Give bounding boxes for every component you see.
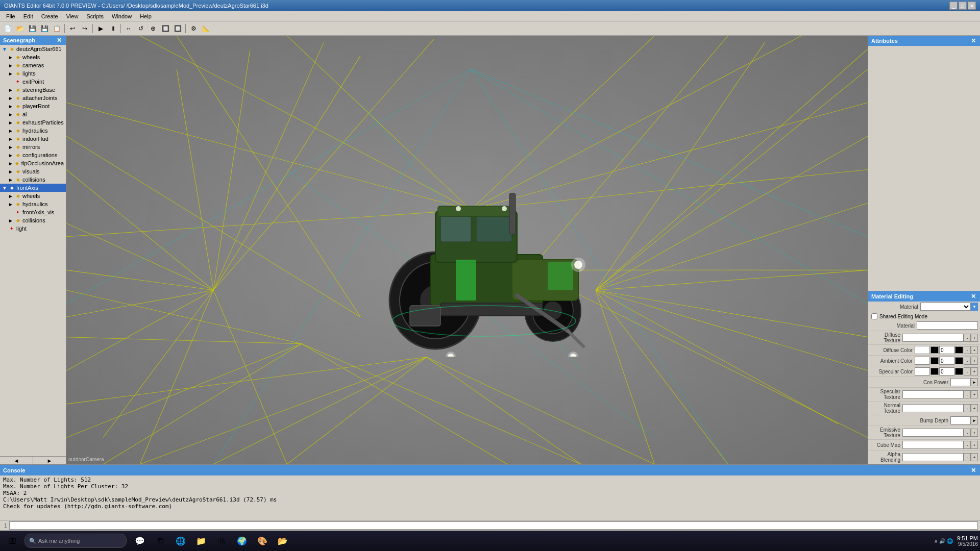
titlebar-controls[interactable]: _ □ ✕ [949, 2, 976, 10]
sg-expand-mirrors[interactable]: ► [8, 144, 14, 150]
toolbar-new[interactable]: 📄 [2, 23, 13, 34]
menu-edit[interactable]: Edit [19, 12, 37, 20]
specular-color-swatch[interactable] [930, 368, 939, 375]
sg-expand-wheels2[interactable]: ► [8, 193, 14, 199]
start-button[interactable]: ⊞ [2, 532, 22, 550]
console-close[interactable]: ✕ [970, 467, 977, 474]
sg-expand-indoorHud[interactable]: ► [8, 136, 14, 142]
normal-texture-remove[interactable]: - [964, 404, 971, 412]
console-input[interactable] [9, 521, 978, 530]
specular-color-swatch2[interactable] [955, 368, 963, 375]
cube-map-remove[interactable]: - [964, 441, 971, 449]
viewport[interactable]: outdoorCamera [66, 36, 868, 464]
sg-item-exitPoint[interactable]: ✦ exitPoint [0, 78, 66, 86]
sg-expand-playerRoot[interactable]: ► [8, 104, 14, 109]
toolbar-pause[interactable]: ⏸ [107, 23, 118, 34]
sg-item-attacherJoints[interactable]: ► ◆ attacherJoints [0, 94, 66, 102]
taskbar-chrome[interactable]: 🌍 [233, 532, 251, 550]
sg-item-indoorHud[interactable]: ► ◆ indoorHud [0, 135, 66, 143]
specular-texture-add[interactable]: + [971, 390, 978, 398]
viewport-canvas[interactable]: outdoorCamera [66, 36, 868, 464]
taskbar-task-view[interactable]: ⧉ [151, 532, 169, 550]
material-name-input[interactable] [917, 321, 978, 330]
sg-expand-frontAxis[interactable]: ▼ [2, 185, 8, 191]
sg-item-exhaustParticles[interactable]: ► ◆ exhaustParticles [0, 118, 66, 127]
ambient-color-r[interactable]: 0 [915, 357, 930, 365]
taskbar-cortana[interactable]: 💬 [131, 532, 149, 550]
sg-item-tipOcclusionArea[interactable]: ► ◆ tipOcclusionArea [0, 159, 66, 167]
toolbar-play[interactable]: ▶ [95, 23, 106, 34]
sg-expand-hydraulics[interactable]: ► [8, 128, 14, 134]
menu-view[interactable]: View [62, 12, 83, 20]
taskbar-app7[interactable]: 📂 [274, 532, 292, 550]
specular-color-add[interactable]: + [971, 367, 978, 375]
specular-color-remove[interactable]: - [964, 367, 971, 375]
sg-expand-cameras[interactable]: ► [8, 63, 14, 68]
close-button[interactable]: ✕ [968, 2, 976, 10]
sg-expand-steeringBase[interactable]: ► [8, 87, 14, 93]
cos-power-input[interactable]: 20 [950, 378, 971, 386]
sg-scroll-right[interactable]: ► [33, 457, 66, 464]
menu-help[interactable]: Help [136, 12, 156, 20]
toolbar-settings[interactable]: ⚙ [188, 23, 199, 34]
ambient-color-add[interactable]: + [971, 357, 978, 365]
cube-map-input[interactable] [902, 441, 964, 449]
toolbar-btn5[interactable]: 📋 [51, 23, 62, 34]
sg-item-wheels[interactable]: ► ◆ wheels [0, 53, 66, 61]
attributes-close[interactable]: ✕ [970, 37, 977, 44]
diffuse-texture-input[interactable] [902, 334, 964, 342]
toolbar-save[interactable]: 💾 [27, 23, 38, 34]
specular-color-r[interactable]: 0 [915, 367, 930, 375]
diffuse-color-g[interactable] [939, 346, 954, 354]
search-box[interactable]: 🔍 Ask me anything [24, 534, 127, 548]
emissive-texture-input[interactable] [902, 429, 964, 437]
bump-depth-arrow[interactable]: ► [971, 416, 978, 424]
material-close[interactable]: ✕ [970, 293, 977, 300]
sg-item-frontAxis[interactable]: ▼ ◆ frontAxis [0, 184, 66, 192]
taskbar-blender[interactable]: 🎨 [253, 532, 272, 550]
diffuse-color-swatch[interactable] [930, 346, 939, 354]
toolbar-undo[interactable]: ↩ [67, 23, 78, 34]
emissive-texture-remove[interactable]: - [964, 429, 971, 437]
toolbar-open[interactable]: 📂 [14, 23, 26, 34]
sg-expand-hydraulics2[interactable]: ► [8, 202, 14, 207]
toolbar-snap2[interactable]: 🔲 [172, 23, 183, 34]
menu-window[interactable]: Window [108, 12, 136, 20]
sg-expand-configurations[interactable]: ► [8, 153, 14, 158]
emissive-texture-add[interactable]: + [971, 429, 978, 437]
diffuse-texture-remove[interactable]: - [964, 334, 971, 342]
toolbar-translate[interactable]: ↔ [123, 23, 134, 34]
alpha-blending-remove[interactable]: - [964, 453, 971, 461]
alpha-blending-input[interactable] [902, 453, 964, 461]
bump-depth-input[interactable]: 0 [950, 416, 971, 424]
sg-item-visuals[interactable]: ► ◆ visuals [0, 167, 66, 176]
specular-texture-remove[interactable]: - [964, 390, 971, 398]
toolbar-rotate[interactable]: ↺ [135, 23, 146, 34]
toolbar-redo[interactable]: ↪ [79, 23, 90, 34]
normal-texture-add[interactable]: + [971, 404, 978, 412]
cube-map-add[interactable]: + [971, 441, 978, 449]
ambient-color-remove[interactable]: - [964, 357, 971, 365]
toolbar-scale[interactable]: ⊕ [148, 23, 159, 34]
sg-item-frontAxis_vis[interactable]: ✦ frontAxis_vis [0, 208, 66, 216]
material-dropdown-btn[interactable]: ▼ [971, 303, 978, 311]
sg-item-deutzAgroStar661[interactable]: ▼ ◆ deutzAgroStar661 [0, 45, 66, 53]
sg-expand-ai[interactable]: ► [8, 112, 14, 117]
sg-expand-visuals[interactable]: ► [8, 169, 14, 174]
diffuse-texture-add[interactable]: + [971, 334, 978, 342]
toolbar-save-as[interactable]: 💾 [39, 23, 50, 34]
normal-texture-input[interactable] [902, 404, 964, 412]
sg-item-light[interactable]: ✦ light [0, 224, 66, 233]
sg-expand-collisions2[interactable]: ► [8, 218, 14, 223]
sg-expand-tipOcclusionArea[interactable]: ► [8, 161, 14, 166]
ambient-color-swatch2[interactable] [955, 357, 963, 364]
maximize-button[interactable]: □ [959, 2, 967, 10]
sg-item-hydraulics[interactable]: ► ◆ hydraulics [0, 127, 66, 135]
toolbar-snap[interactable]: 🔲 [160, 23, 171, 34]
taskbar-explorer[interactable]: 📁 [192, 532, 210, 550]
shared-editing-checkbox[interactable] [871, 313, 877, 319]
scenegraph-close[interactable]: ✕ [56, 37, 63, 44]
taskbar-edge[interactable]: 🌐 [172, 532, 190, 550]
sg-item-cameras[interactable]: ► ◆ cameras [0, 61, 66, 69]
sg-item-wheels2[interactable]: ► ◆ wheels [0, 192, 66, 200]
